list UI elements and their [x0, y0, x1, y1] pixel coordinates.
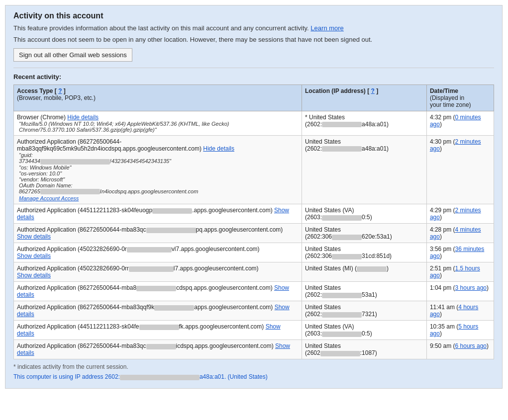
location-cell: United States (MI) ()	[302, 262, 427, 282]
table-row: Authorized Application (445112211283-sk0…	[14, 321, 302, 340]
location-help-link[interactable]: ?	[371, 87, 374, 94]
datetime-cell: 10:35 am (5 hours ago)	[426, 321, 494, 340]
intro-text: This feature provides information about …	[13, 24, 494, 32]
location-cell: United States(2602:30631cd:851d)	[302, 243, 427, 262]
col-header-access: Access Type [ ? ](Browser, mobile, POP3,…	[14, 85, 302, 111]
location-cell: * United States(2602:a48a:a01)	[302, 111, 427, 136]
hide-details-link-1[interactable]: Hide details	[203, 145, 234, 152]
learn-more-link[interactable]: Learn more	[310, 24, 343, 32]
table-row: Authorized Application (862726500644-mba…	[14, 136, 302, 204]
access-help-link[interactable]: ?	[58, 87, 62, 94]
datetime-cell: 4:29 pm (2 minutes ago)	[426, 204, 494, 224]
location-cell: United States (VA)(2603:0:5)	[302, 321, 427, 340]
ip-redacted	[120, 375, 200, 380]
footnote: * indicates activity from the current se…	[13, 363, 494, 370]
col-header-location: Location (IP address) [ ? ]	[302, 85, 427, 111]
show-details-link-5[interactable]: Show details	[17, 272, 51, 279]
datetime-cell: 3:56 pm (36 minutes ago)	[426, 243, 494, 262]
location-cell: United States(2602:7321)	[302, 301, 427, 321]
location-cell: United States(2602:53a1)	[302, 282, 427, 301]
table-row: Authorized Application (862726500644-mba…	[14, 340, 302, 359]
hide-details-link-0[interactable]: Hide details	[67, 114, 99, 121]
table-row: Authorized Application (862726500644-mba…	[14, 224, 302, 243]
manage-account-access-link[interactable]: Manage Account Access	[19, 195, 299, 201]
status-text: This account does not seem to be open in…	[13, 36, 494, 43]
signout-button[interactable]: Sign out all other Gmail web sessions	[13, 48, 132, 62]
page-container: Activity on this account This feature pr…	[5, 5, 503, 389]
show-details-link-4[interactable]: Show details	[17, 252, 51, 259]
datetime-cell: 4:28 pm (4 minutes ago)	[426, 224, 494, 243]
location-cell: United States(2602:1087)	[302, 340, 427, 359]
page-title: Activity on this account	[13, 11, 494, 20]
datetime-cell: 9:50 am (6 hours ago)	[426, 340, 494, 359]
datetime-cell: 1:04 pm (3 hours ago)	[426, 282, 494, 301]
ip-info: This computer is using IP address 2602:a…	[13, 373, 494, 380]
location-cell: United States (VA)(2603:0:5)	[302, 204, 427, 224]
show-details-link-3[interactable]: Show details	[17, 233, 51, 240]
table-row: Authorized Application (445112211283-sk0…	[14, 204, 302, 224]
table-row: Authorized Application (862726500644-mba…	[14, 282, 302, 301]
activity-table: Access Type [ ? ](Browser, mobile, POP3,…	[13, 84, 494, 359]
table-row: Authorized Application (862726500644-mba…	[14, 301, 302, 321]
location-cell: United States(2602:a48a:a01)	[302, 136, 427, 204]
datetime-cell: 4:32 pm (0 minutes ago)	[426, 111, 494, 136]
table-row: Authorized Application (450232826690-0rv…	[14, 243, 302, 262]
table-row: Browser (Chrome) Hide details "Mozilla/5…	[14, 111, 302, 136]
divider	[13, 68, 494, 68]
recent-label: Recent activity:	[13, 73, 494, 81]
datetime-cell: 11:41 am (4 hours ago)	[426, 301, 494, 321]
datetime-cell: 2:51 pm (1.5 hours ago)	[426, 262, 494, 282]
datetime-cell: 4:30 pm (2 minutes ago)	[426, 136, 494, 204]
location-cell: United States(2602:306620e:53a1)	[302, 224, 427, 243]
col-header-datetime: Date/Time(Displayed inyour time zone)	[426, 85, 494, 111]
table-row: Authorized Application (450232826690-0rr…	[14, 262, 302, 282]
